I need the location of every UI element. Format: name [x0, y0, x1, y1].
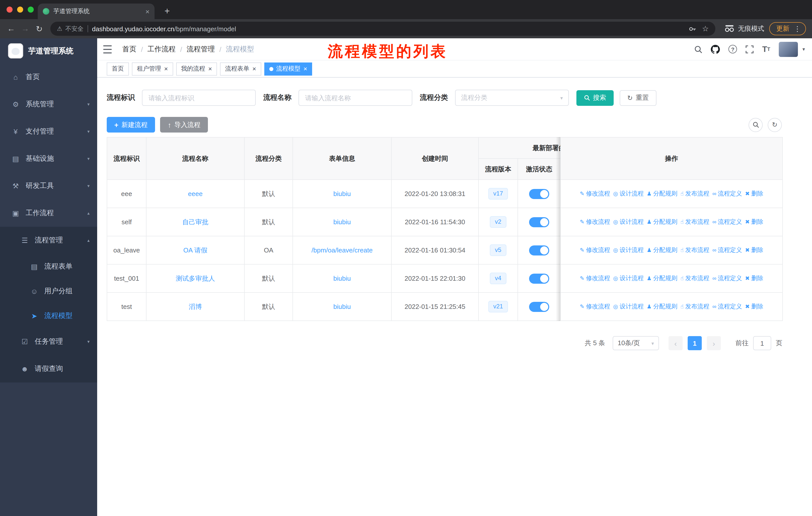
form-info-link[interactable]: biubiu: [333, 303, 351, 310]
security-indicator[interactable]: ⚠ 不安全: [57, 24, 84, 33]
goto-page-input[interactable]: [753, 336, 771, 350]
action-publish[interactable]: ☝发布流程: [680, 303, 709, 311]
sidebar-item-process-form[interactable]: ▤流程表单: [0, 254, 97, 279]
sidebar-item-infrastructure[interactable]: ▤基础设施▾: [0, 145, 97, 172]
process-name-link[interactable]: 测试多审批人: [176, 274, 215, 282]
process-name-input[interactable]: [298, 90, 412, 106]
process-name-link[interactable]: eeee: [188, 190, 203, 197]
form-info-link[interactable]: biubiu: [333, 190, 351, 197]
page-number-button[interactable]: 1: [688, 336, 702, 350]
new-tab-button[interactable]: +: [161, 5, 173, 17]
action-delete[interactable]: ✖删除: [745, 274, 763, 283]
action-definition[interactable]: ∞流程定义: [712, 218, 742, 226]
app-logo[interactable]: 芋道管理系统: [0, 38, 97, 63]
action-modify[interactable]: ✎修改流程: [580, 303, 610, 311]
sidebar-item-payment-management[interactable]: ¥支付管理▾: [0, 118, 97, 145]
bookmark-star-icon[interactable]: ☆: [702, 24, 709, 33]
avatar[interactable]: [779, 42, 798, 57]
browser-menu-icon[interactable]: ⋮: [794, 25, 801, 33]
forward-button[interactable]: →: [18, 22, 32, 36]
action-definition[interactable]: ∞流程定义: [712, 274, 742, 283]
github-icon[interactable]: [711, 45, 720, 54]
action-publish[interactable]: ☝发布流程: [680, 274, 709, 283]
sidebar-item-home[interactable]: ⌂首页: [0, 63, 97, 91]
action-delete[interactable]: ✖删除: [745, 218, 763, 226]
action-assign[interactable]: ♟分配规则: [647, 218, 677, 226]
sidebar-item-leave-query[interactable]: ☻请假查询: [0, 355, 97, 382]
action-modify[interactable]: ✎修改流程: [580, 190, 610, 198]
back-button[interactable]: ←: [4, 22, 18, 36]
action-publish[interactable]: ☝发布流程: [680, 246, 709, 255]
fullscreen-icon[interactable]: [746, 45, 754, 53]
breadcrumb-item[interactable]: 流程管理: [187, 45, 215, 54]
window-minimize-button[interactable]: [17, 6, 23, 12]
reload-button[interactable]: ↻: [32, 22, 46, 36]
tag-close-icon[interactable]: ×: [252, 65, 256, 72]
page-size-select[interactable]: 10条/页 ▾: [613, 336, 659, 350]
window-zoom-button[interactable]: [28, 6, 34, 12]
action-design[interactable]: ◎设计流程: [613, 190, 644, 198]
help-icon[interactable]: ?: [728, 45, 737, 53]
action-assign[interactable]: ♟分配规则: [647, 190, 677, 198]
action-modify[interactable]: ✎修改流程: [580, 218, 610, 226]
import-process-button[interactable]: ↑ 导入流程: [160, 117, 208, 133]
process-key-input[interactable]: [142, 90, 256, 106]
page-tag-1[interactable]: 租户管理×: [132, 62, 173, 75]
action-assign[interactable]: ♟分配规则: [647, 274, 677, 283]
window-close-button[interactable]: [6, 6, 12, 12]
action-definition[interactable]: ∞流程定义: [712, 246, 742, 254]
sidebar-item-process-model[interactable]: ➤流程模型: [0, 303, 97, 328]
action-modify[interactable]: ✎修改流程: [580, 246, 610, 255]
action-delete[interactable]: ✖删除: [745, 190, 763, 198]
tab-close-icon[interactable]: ×: [145, 8, 149, 15]
action-definition[interactable]: ∞流程定义: [712, 189, 742, 198]
active-toggle[interactable]: [529, 273, 549, 283]
hamburger-icon[interactable]: [103, 43, 115, 55]
breadcrumb-item[interactable]: 工作流程: [147, 45, 176, 54]
page-tag-3[interactable]: 流程表单×: [220, 62, 261, 75]
action-design[interactable]: ◎设计流程: [613, 218, 644, 226]
action-design[interactable]: ◎设计流程: [613, 303, 644, 311]
create-process-button[interactable]: + 新建流程: [107, 117, 155, 133]
action-design[interactable]: ◎设计流程: [613, 274, 644, 283]
page-tag-4[interactable]: 流程模型×: [264, 62, 312, 75]
sidebar-item-process-management[interactable]: ☰流程管理▴: [0, 227, 97, 254]
form-info-link[interactable]: biubiu: [333, 218, 351, 226]
active-toggle[interactable]: [529, 245, 549, 255]
address-bar[interactable]: ⚠ 不安全 dashboard.yudao.iocoder.cn/bpm/man…: [50, 22, 715, 36]
reset-button[interactable]: ↻ 重置: [620, 90, 657, 106]
process-name-link[interactable]: 自己审批: [182, 218, 208, 225]
category-select[interactable]: 流程分类 ▾: [455, 90, 569, 106]
browser-tab[interactable]: 芋道管理系统 ×: [38, 3, 154, 19]
tag-close-icon[interactable]: ×: [303, 65, 307, 72]
action-modify[interactable]: ✎修改流程: [580, 274, 610, 283]
action-design[interactable]: ◎设计流程: [613, 246, 644, 255]
search-icon[interactable]: [694, 45, 702, 53]
table-refresh-button[interactable]: ↻: [768, 118, 782, 132]
search-button[interactable]: 搜索: [576, 90, 614, 106]
sidebar-item-workflow[interactable]: ▣工作流程▴: [0, 199, 97, 227]
active-toggle[interactable]: [529, 189, 549, 199]
tag-close-icon[interactable]: ×: [208, 65, 212, 72]
action-delete[interactable]: ✖删除: [745, 246, 763, 255]
tag-close-icon[interactable]: ×: [164, 65, 168, 72]
sidebar-item-system-management[interactable]: ⚙系统管理▾: [0, 91, 97, 118]
action-assign[interactable]: ♟分配规则: [647, 303, 677, 311]
page-tag-2[interactable]: 我的流程×: [176, 62, 217, 75]
active-toggle[interactable]: [529, 217, 549, 227]
next-page-button[interactable]: ›: [707, 336, 721, 350]
active-toggle[interactable]: [529, 302, 549, 312]
sidebar-item-task-management[interactable]: ☑任务管理▾: [0, 328, 97, 355]
action-delete[interactable]: ✖删除: [745, 303, 763, 311]
page-tag-0[interactable]: 首页: [107, 62, 129, 75]
action-publish[interactable]: ☝发布流程: [680, 218, 709, 226]
action-definition[interactable]: ∞流程定义: [712, 302, 742, 311]
font-size-icon[interactable]: TT: [762, 45, 770, 54]
password-key-icon[interactable]: [689, 25, 696, 32]
action-publish[interactable]: ☝发布流程: [680, 190, 709, 198]
table-search-button[interactable]: [749, 118, 763, 132]
form-info-link[interactable]: /bpm/oa/leave/create: [312, 246, 373, 254]
action-assign[interactable]: ♟分配规则: [647, 246, 677, 255]
form-info-link[interactable]: biubiu: [333, 275, 351, 282]
breadcrumb-item[interactable]: 首页: [122, 45, 137, 54]
